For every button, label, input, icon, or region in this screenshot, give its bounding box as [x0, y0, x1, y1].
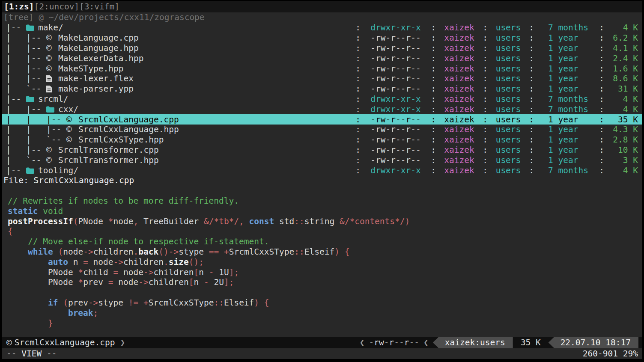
file-name: cxx/: [58, 104, 78, 114]
column-separator: :: [599, 64, 604, 74]
tmux-tab-vifm[interactable]: [3:vifm]: [79, 2, 119, 12]
file-row[interactable]: | | |-- ©SrcmlCxxLanguage.hpp:-rw-r--r--…: [2, 125, 642, 135]
column-separator: :: [355, 23, 361, 33]
column-separator: :: [529, 23, 534, 33]
file-row[interactable]: | |-- ©MakeSType.hpp:-rw-r--r--:xaizek:u…: [2, 63, 642, 74]
file-size: 4 K: [604, 94, 638, 104]
file-permissions: -rw-r--r--: [361, 135, 431, 145]
column-separator: :: [431, 84, 436, 94]
file-row[interactable]: |-- srcml/:drwxr-xr-x:xaizek:users:7 mon…: [2, 94, 642, 104]
code-line: [8, 288, 642, 298]
column-separator: :: [599, 166, 604, 175]
column-separator: :: [431, 43, 436, 53]
file-group: users: [488, 64, 529, 74]
file-age: 1 year: [534, 115, 599, 125]
file-name-cell: | | |-- ©SrcmlCxxLanguage.cpp: [6, 115, 355, 125]
file-group: users: [488, 43, 529, 53]
file-age: 7 months: [534, 166, 599, 175]
preview-pane-title: File: SrcmlCxxLanguage.cpp: [2, 175, 642, 186]
file-age: 1 year: [534, 145, 599, 155]
file-size: 2.8 K: [604, 135, 638, 145]
file-owner: xaizek: [436, 135, 483, 145]
tmux-tab-uncov[interactable]: [2:uncov]: [34, 2, 79, 12]
file-group: users: [488, 125, 529, 134]
column-separator: :: [483, 33, 488, 43]
file-name: SrcmlTransformer.cpp: [58, 145, 159, 155]
statusbar-owner: xaizek:users: [433, 337, 513, 348]
file-row[interactable]: | |-- cxx/:drwxr-xr-x:xaizek:users:7 mon…: [2, 104, 642, 114]
file-row[interactable]: | |-- ©MakeLexerData.hpp:-rw-r--r--:xaiz…: [2, 53, 642, 63]
tree-branch: | |--: [6, 64, 46, 74]
file-row[interactable]: | |-- ©MakeLanguage.cpp:-rw-r--r--:xaize…: [2, 33, 642, 43]
tmux-status-bar: [1:zs] [2:uncov] [3:vifm]: [2, 1, 642, 12]
file-size: 6.2 K: [604, 33, 638, 43]
file-permissions: -rw-r--r--: [361, 74, 431, 83]
file-size: 3 K: [604, 155, 638, 165]
column-separator: :: [431, 33, 436, 43]
file-name: make-parser.ypp: [58, 84, 134, 94]
folder-icon: [46, 106, 57, 113]
chevron-right-icon: ❯: [120, 338, 125, 347]
file-row[interactable]: |-- make/:drwxr-xr-x:xaizek:users:7 mont…: [2, 23, 642, 33]
column-separator: :: [431, 94, 436, 104]
column-separator: :: [483, 125, 488, 134]
file-preview-pane: // Rewrites if nodes to be more diff-fri…: [2, 186, 642, 337]
file-name: MakeSType.hpp: [58, 64, 124, 74]
file-group: users: [488, 23, 529, 33]
file-permissions: -rw-r--r--: [361, 155, 431, 165]
column-separator: :: [355, 104, 361, 114]
file-age: 1 year: [534, 43, 599, 53]
file-group: users: [488, 166, 529, 175]
mode-indicator: -- VIEW --: [6, 348, 57, 359]
file-age: 1 year: [534, 64, 599, 74]
c-source-icon: ©: [66, 135, 77, 144]
column-separator: :: [483, 64, 488, 74]
file-owner: xaizek: [436, 104, 483, 114]
mode-line: -- VIEW -- 260-901 29%: [2, 348, 642, 359]
file-name-cell: | |-- ©MakeSType.hpp: [6, 64, 355, 74]
file-group: users: [488, 74, 529, 83]
file-owner: xaizek: [436, 43, 483, 53]
column-separator: :: [431, 135, 436, 145]
code-line: static void: [8, 206, 642, 217]
file-tree-list: |-- make/:drwxr-xr-x:xaizek:users:7 mont…: [2, 23, 642, 175]
file-permissions: -rw-r--r--: [361, 125, 431, 134]
tree-branch: | `--: [6, 155, 46, 165]
file-name-cell: | |-- ©SrcmlTransformer.cpp: [6, 145, 355, 155]
file-row[interactable]: | | `-- ©SrcmlCxxSType.hpp:-rw-r--r--:xa…: [2, 135, 642, 145]
folder-icon: [26, 24, 36, 31]
column-separator: :: [355, 84, 361, 94]
file-owner: xaizek: [436, 53, 483, 63]
file-group: users: [488, 94, 529, 104]
code-line: PNode *child = node->children[n - 1U];: [8, 267, 642, 278]
file-age: 7 months: [534, 94, 599, 104]
c-source-icon: ©: [46, 54, 57, 63]
file-size: 8.6 K: [604, 74, 638, 83]
column-separator: :: [355, 53, 361, 63]
document-icon: [46, 75, 57, 82]
code-line: postProcessIf(PNode *node, TreeBuilder &…: [8, 217, 642, 227]
column-separator: :: [431, 125, 436, 134]
file-row[interactable]: | `-- ©SrcmlTransformer.hpp:-rw-r--r--:x…: [2, 155, 642, 165]
column-separator: :: [599, 104, 604, 114]
file-row[interactable]: | |-- make-lexer.flex:-rw-r--r--:xaizek:…: [2, 74, 642, 84]
file-permissions: -rw-r--r--: [361, 84, 431, 94]
file-row[interactable]: | |-- ©MakeLanguage.hpp:-rw-r--r--:xaize…: [2, 43, 642, 53]
file-permissions: -rw-r--r--: [361, 64, 431, 74]
code-line: }: [8, 318, 642, 329]
tmux-tab-zs[interactable]: [1:zs]: [4, 2, 34, 12]
column-separator: :: [529, 115, 534, 125]
code-line: while (node->children.back()->stype == +…: [8, 247, 642, 257]
file-row[interactable]: |-- tooling/:drwxr-xr-x:xaizek:users:7 m…: [2, 165, 642, 175]
file-name: SrcmlCxxSType.hpp: [78, 135, 164, 145]
file-age: 7 months: [534, 104, 599, 114]
file-row[interactable]: | | |-- ©SrcmlCxxLanguage.cpp:-rw-r--r--…: [2, 114, 642, 125]
file-owner: xaizek: [436, 145, 483, 155]
column-separator: :: [483, 94, 488, 104]
column-separator: :: [355, 125, 361, 134]
file-row[interactable]: | |-- ©SrcmlTransformer.cpp:-rw-r--r--:x…: [2, 145, 642, 155]
column-separator: :: [599, 84, 604, 94]
code-line: if (prev->stype != +SrcmlCxxSType::Elsei…: [8, 298, 642, 308]
file-row[interactable]: | `-- make-parser.ypp:-rw-r--r--:xaizek:…: [2, 84, 642, 94]
file-group: users: [488, 155, 529, 165]
